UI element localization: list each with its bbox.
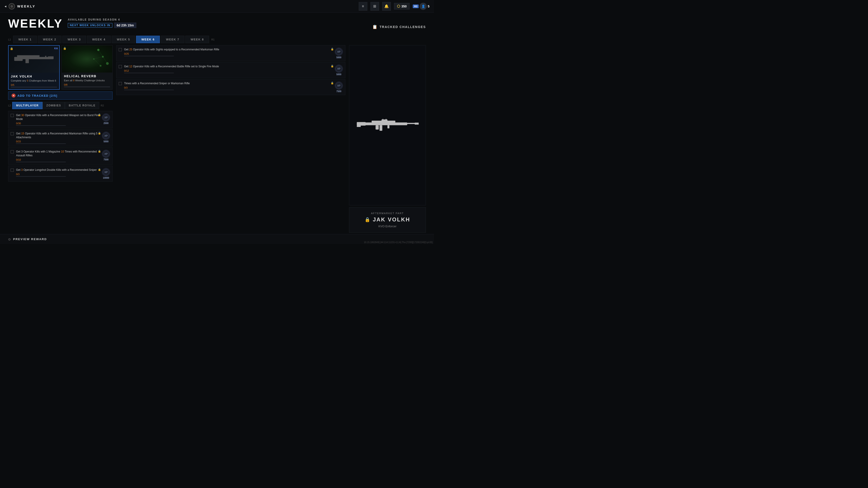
xp-value-1: 2500	[103, 122, 108, 125]
right-xp-value-2: 5000	[336, 73, 341, 76]
svg-rect-22	[379, 125, 382, 131]
jak-card-body: JAK VOLKH Complete any 5 Challenges from…	[8, 73, 59, 89]
grid-icon-button[interactable]: ⊞	[370, 2, 379, 11]
right-challenge-lock-2: 🔒	[331, 65, 334, 68]
svg-rect-30	[390, 121, 391, 122]
jak-gun-image	[8, 46, 59, 73]
xp-badge-1: XP	[102, 113, 110, 122]
tab-week-5[interactable]: WEEK 5	[112, 36, 135, 43]
right-challenge-checkbox-3[interactable]	[119, 82, 122, 85]
right-xp-badge-2: XP	[335, 65, 343, 73]
challenge-1-highlight: 30	[21, 113, 24, 117]
challenge-item-4: Get 3 Operator Longshot Double Kills wit…	[8, 166, 113, 182]
jak-desc-text: Complete any	[11, 79, 27, 82]
svg-rect-31	[393, 121, 393, 122]
player-avatar: 👤	[420, 3, 427, 10]
jak-volkh-card[interactable]: 🔒 KA	[8, 45, 60, 90]
helical-bg-svg	[62, 45, 112, 72]
svg-rect-26	[385, 119, 386, 120]
tab-multiplayer[interactable]: MULTIPLAYER	[12, 102, 42, 109]
challenge-item-2: Get 15 Operator Kills with a Recommended…	[8, 129, 113, 147]
helical-card-name: HELICAL REVERB	[64, 74, 110, 78]
challenge-checkbox-1[interactable]	[11, 114, 14, 117]
weapon-preview-svg	[356, 114, 419, 137]
challenge-checkbox-4[interactable]	[11, 168, 14, 172]
weapon-info-label: AFTERMARKET PART	[354, 212, 421, 215]
challenge-bar-2	[16, 143, 66, 144]
challenge-progress-4: 0/3	[16, 173, 100, 175]
challenge-progress-1: 0/30	[16, 122, 100, 125]
back-icon: ◂	[4, 4, 6, 8]
tab-zombies[interactable]: ZOMBIES	[42, 102, 65, 109]
right-challenge-list: Get 25 Operator Kills with Sights equipp…	[116, 45, 345, 95]
tab-week-6[interactable]: WEEK 6	[136, 36, 160, 43]
helical-card-body: HELICAL REVERB Earn all 8 Weekly Challen…	[62, 72, 112, 89]
weapon-preview	[349, 45, 426, 205]
add-to-tracked-button[interactable]: ✕ ADD TO TRACKED [2/5]	[8, 92, 113, 100]
rank-badge: R3	[413, 4, 418, 8]
back-button[interactable]: ◂ ⊙ WEEKLY	[4, 3, 35, 9]
right-challenge-text-col-1: Get 25 Operator Kills with Sights equipp…	[124, 48, 333, 56]
challenge-item-1: Get 30 Operator Kills with a Recommended…	[8, 111, 113, 128]
tracked-challenges-label: TRACKED CHALLENGES	[379, 25, 426, 29]
jak-volkh-image: 🔒 KA	[8, 46, 59, 73]
status-text: 10.15.1862849] [44:114:11231+11:A] Tho […	[364, 241, 433, 243]
tab-week-1[interactable]: WEEK 1	[13, 36, 37, 43]
header-left: WEEKLY AVAILABLE DURING SEASON 4 NEXT WE…	[8, 18, 136, 29]
right-challenge-checkbox-1[interactable]	[119, 48, 122, 51]
page-title: WEEKLY	[8, 18, 63, 29]
currency-display: ⬡ 350	[394, 3, 410, 9]
svg-rect-17	[399, 123, 415, 124]
right-challenge-text-col-2: Get 12 Operator Kills with a Recommended…	[124, 65, 333, 73]
tab-week-3[interactable]: WEEK 3	[62, 36, 86, 43]
right-challenge-text-2: Get 12 Operator Kills with a Recommended…	[124, 65, 333, 68]
right-challenge-1-highlight: 25	[129, 48, 132, 51]
jak-desc-suffix: Challenges from Week 6	[29, 79, 56, 82]
jak-desc-highlight: 5	[27, 79, 28, 82]
right-challenge-item-1: Get 25 Operator Kills with Sights equipp…	[116, 45, 345, 61]
mode-tabs: L2 MULTIPLAYER ZOMBIES BATTLE ROYALE R2	[8, 102, 113, 109]
helical-progress-text: 0/8	[64, 84, 110, 86]
jak-card-desc: Complete any 5 Challenges from Week 6	[11, 79, 57, 82]
reward-cards: 🔒 KA	[8, 45, 113, 90]
challenge-text-4: Get 3 Operator Longshot Double Kills wit…	[16, 168, 100, 172]
challenge-text-col-3: Get 3 Operator Kills with 1 Magazine 10 …	[16, 150, 100, 162]
tab-battle-royale[interactable]: BATTLE ROYALE	[65, 102, 99, 109]
right-challenge-text-1: Get 25 Operator Kills with Sights equipp…	[124, 48, 333, 52]
tab-week-8[interactable]: WEEK 8	[185, 36, 209, 43]
mode-tabs-suffix: R2	[101, 104, 104, 107]
challenge-text-3: Get 3 Operator Kills with 1 Magazine 10 …	[16, 150, 100, 158]
challenge-xp-1: XP 2500	[102, 113, 110, 125]
svg-line-13	[103, 57, 107, 64]
nav-right-area: ≡ ⊞ 🔔 ⬡ 350 R3 👤 5	[359, 2, 430, 11]
right-challenge-bar-2	[124, 73, 174, 73]
jak-progress-text: 0/5	[11, 84, 57, 86]
right-challenge-xp-2: XP 5000	[335, 65, 343, 76]
challenge-2-highlight: 15	[21, 132, 24, 135]
close-tracked-icon: ✕	[11, 94, 16, 98]
challenge-lock-2: 🔒	[98, 132, 101, 135]
season-label: AVAILABLE DURING SEASON 4	[68, 18, 136, 21]
challenge-bar-3	[16, 162, 66, 162]
jak-progress-bar	[11, 87, 57, 88]
challenge-xp-2: XP 5000	[102, 132, 110, 143]
tab-week-7[interactable]: WEEK 7	[161, 36, 184, 43]
challenge-text-col-2: Get 15 Operator Kills with a Recommended…	[16, 132, 100, 144]
challenge-checkbox-3[interactable]	[11, 150, 14, 153]
helical-reverb-card[interactable]: 🔒 HELICAL REVERB	[61, 45, 113, 90]
challenge-progress-3: 0/10	[16, 158, 100, 161]
challenge-checkbox-2[interactable]	[11, 132, 14, 135]
right-challenge-checkbox-2[interactable]	[119, 65, 122, 68]
svg-rect-6	[45, 56, 46, 57]
xp-value-2: 5000	[103, 140, 108, 143]
challenge-xp-4: XP 10000	[102, 168, 110, 179]
xp-badge-3: XP	[102, 150, 110, 158]
svg-rect-21	[376, 125, 379, 129]
right-xp-badge-1: XP	[335, 48, 343, 56]
tab-week-2[interactable]: WEEK 2	[38, 36, 61, 43]
tracked-challenges-button[interactable]: 📋 TRACKED CHALLENGES	[372, 24, 426, 29]
document-icon-button[interactable]: ≡	[359, 2, 367, 11]
challenge-text-col-4: Get 3 Operator Longshot Double Kills wit…	[16, 168, 100, 177]
notification-icon-button[interactable]: 🔔	[382, 2, 391, 11]
tab-week-4[interactable]: WEEK 4	[87, 36, 111, 43]
